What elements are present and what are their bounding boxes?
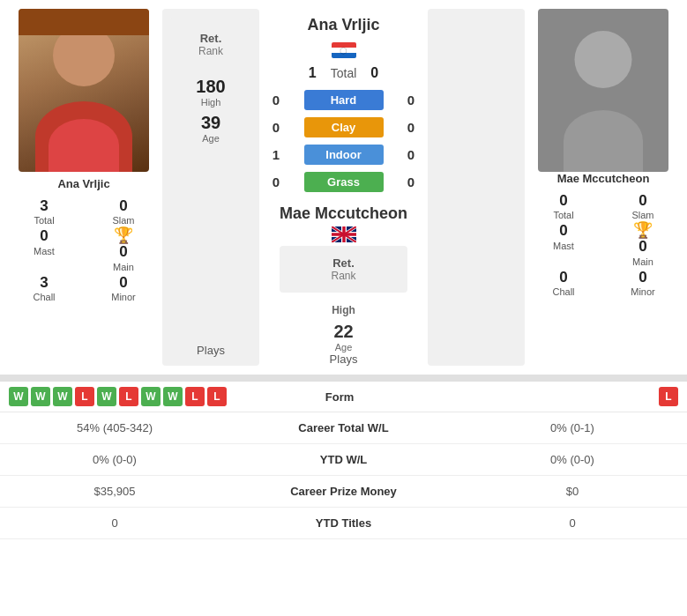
- center-right-name: Mae Mccutcheon: [280, 204, 407, 224]
- left-form-badges: WWWLWLWWLL: [9, 387, 227, 406]
- form-badge-w: W: [141, 387, 161, 406]
- section-divider: [0, 375, 687, 382]
- left-high-block: 180 High: [196, 77, 225, 108]
- top-section: Ana Vrljic 3 Total 0 Slam 0 Mast 🏆 0 Mai…: [0, 0, 687, 375]
- left-plays: Plays: [197, 344, 225, 357]
- right-total-cell: 0 Total: [528, 192, 599, 220]
- right-ret-rank: Ret. Rank: [280, 246, 407, 293]
- right-trophy: 🏆 0 Main: [608, 222, 678, 266]
- data-row-right-0: 0% (0-1): [458, 421, 687, 434]
- form-badge-l: L: [185, 387, 205, 406]
- center-col: Ana Vrljic 1 Total 0 0 Hard 0 0 Clay 0: [263, 9, 424, 366]
- right-age-block: 22 Age: [280, 322, 407, 353]
- data-row-1: 0% (0-0) YTD W/L 0% (0-0): [0, 444, 687, 476]
- surface-row-hard: 0 Hard 0: [263, 90, 424, 110]
- data-row-0: 54% (405-342) Career Total W/L 0% (0-1): [0, 412, 687, 444]
- left-age-block: 39 Age: [201, 113, 220, 144]
- left-mast-cell: 0 Mast: [9, 227, 79, 271]
- right-slam-cell: 0 Slam: [608, 192, 678, 220]
- right-form-badges: L: [659, 387, 678, 406]
- right-form-badges-wrapper: L: [452, 387, 678, 406]
- middle-section: Ret. Rank 180 High 39 Age Plays Ana Vrlj…: [159, 9, 528, 366]
- data-row-left-2: $35,905: [0, 485, 229, 498]
- form-badge-w: W: [53, 387, 72, 406]
- right-plays: Plays: [280, 353, 407, 366]
- right-flag: [332, 226, 356, 242]
- form-badge-w: W: [9, 387, 28, 406]
- left-player-card: Ana Vrljic 3 Total 0 Slam 0 Mast 🏆 0 Mai…: [9, 9, 159, 366]
- data-row-left-3: 0: [0, 516, 229, 530]
- right-minor-cell: 0 Minor: [608, 269, 678, 297]
- form-badge-right-l: L: [659, 387, 678, 406]
- form-badge-l: L: [75, 387, 94, 406]
- right-trophy-icon: 🏆: [633, 222, 653, 238]
- left-slam-cell: 0 Slam: [88, 197, 159, 226]
- data-rows: 54% (405-342) Career Total W/L 0% (0-1) …: [0, 412, 687, 539]
- left-stats-grid: 3 Total 0 Slam 0 Mast 🏆 0 Main 3 Chall 0: [9, 197, 159, 302]
- surface-row-indoor: 1 Indoor 0: [263, 145, 424, 165]
- data-row-right-3: 0: [458, 516, 687, 530]
- form-badge-w: W: [31, 387, 50, 406]
- left-chall-cell: 3 Chall: [9, 274, 79, 302]
- form-badges-row: WWWLWLWWLL Form L: [0, 382, 687, 412]
- data-row-label-1: YTD W/L: [229, 453, 458, 466]
- data-row-2: $35,905 Career Prize Money $0: [0, 476, 687, 508]
- total-row: 1 Total 0: [309, 65, 378, 81]
- data-row-3: 0 YTD Titles 0: [0, 508, 687, 539]
- data-row-right-2: $0: [458, 485, 687, 498]
- left-trophy: 🏆 0 Main: [88, 227, 159, 271]
- badge-hard: Hard: [304, 90, 384, 110]
- right-player-name: Mae Mccutcheon: [557, 172, 650, 185]
- form-badge-l: L: [119, 387, 138, 406]
- left-total-cell: 3 Total: [9, 197, 79, 226]
- surface-row-grass: 0 Grass 0: [263, 172, 424, 192]
- left-stats-col: Ret. Rank 180 High 39 Age Plays: [162, 9, 259, 366]
- right-chall-cell: 0 Chall: [528, 269, 599, 297]
- data-row-label-3: YTD Titles: [229, 516, 458, 530]
- left-player-name: Ana Vrljic: [57, 177, 109, 190]
- data-row-label-2: Career Prize Money: [229, 485, 458, 498]
- left-trophy-icon: 🏆: [114, 227, 133, 243]
- right-player-card: Mae Mccutcheon 0 Total 0 Slam 0 Mast 🏆 0…: [528, 9, 678, 366]
- form-badge-l: L: [207, 387, 227, 406]
- right-stats-col: [428, 9, 525, 366]
- center-left-name: Ana Vrljic: [307, 16, 379, 35]
- surface-row-clay: 0 Clay 0: [263, 117, 424, 137]
- badge-clay: Clay: [304, 117, 384, 137]
- data-row-label-0: Career Total W/L: [229, 421, 458, 434]
- form-badge-w: W: [97, 387, 116, 406]
- right-mast-cell: 0 Mast: [528, 222, 599, 266]
- form-label: Form: [227, 390, 452, 404]
- data-row-left-1: 0% (0-0): [0, 453, 229, 466]
- left-flag-row: [332, 42, 356, 58]
- badge-indoor: Indoor: [304, 145, 384, 165]
- left-ret-rank: Ret. Rank: [169, 18, 252, 71]
- left-minor-cell: 0 Minor: [88, 274, 159, 302]
- data-row-left-0: 54% (405-342): [0, 421, 229, 434]
- badge-grass: Grass: [304, 172, 384, 192]
- center-right-section: Mae Mccutcheon: [280, 204, 407, 367]
- right-stats-grid: 0 Total 0 Slam 0 Mast 🏆 0 Main 0 Chall 0: [528, 192, 678, 297]
- left-flag: [332, 42, 356, 58]
- left-player-photo: [19, 9, 149, 172]
- form-badge-w: W: [163, 387, 183, 406]
- right-flag-row: [280, 226, 407, 242]
- data-row-right-1: 0% (0-0): [458, 453, 687, 466]
- right-player-photo: [538, 9, 668, 172]
- right-high-value: High: [280, 298, 407, 318]
